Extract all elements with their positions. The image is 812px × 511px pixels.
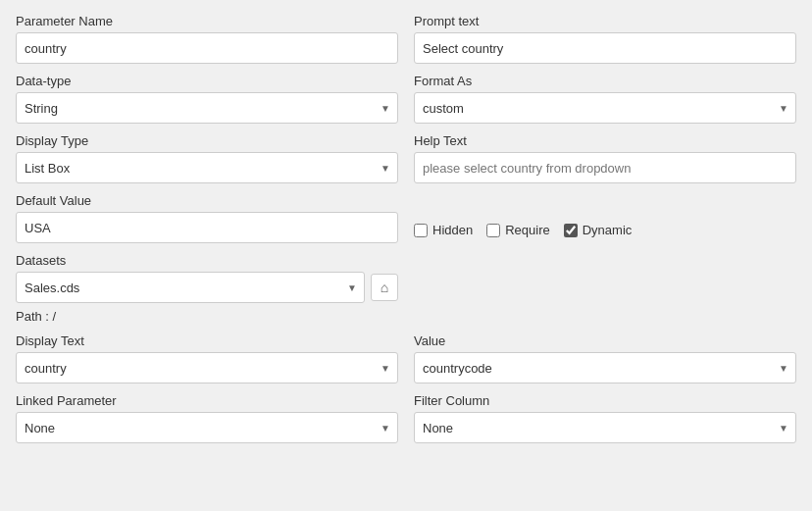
filter-column-label: Filter Column (414, 393, 796, 408)
path-label: Path : (16, 309, 49, 324)
filter-column-select[interactable]: None country region category (414, 412, 796, 443)
linked-parameter-select[interactable]: None country region city (16, 412, 398, 443)
dynamic-checkbox[interactable] (564, 224, 578, 237)
dynamic-checkbox-item[interactable]: Dynamic (564, 223, 633, 237)
value-select[interactable]: countrycode id name code (414, 352, 796, 383)
parameter-name-label: Parameter Name (16, 14, 398, 28)
value-select-wrapper: countrycode id name code ▼ (414, 352, 796, 383)
checkboxes-row: Hidden Require Dynamic (414, 215, 796, 237)
prompt-text-input[interactable] (414, 32, 796, 64)
display-type-group: Display Type List Box Text Box Dropdown … (16, 133, 398, 183)
display-type-select[interactable]: List Box Text Box Dropdown Radio Button (16, 152, 398, 183)
datasets-right-spacer (414, 253, 796, 324)
display-text-group: Display Text country name id code ▼ (16, 333, 398, 383)
datasets-group: Datasets Sales.cds Orders.cds Products.c… (16, 253, 398, 324)
filter-column-select-wrapper: None country region category ▼ (414, 412, 796, 443)
help-text-input[interactable] (414, 152, 796, 183)
datasets-select-wrapper: Sales.cds Orders.cds Products.cds ▼ (16, 272, 365, 303)
hidden-checkbox[interactable] (414, 224, 428, 237)
path-display: Path : / (16, 309, 398, 324)
data-type-select-wrapper: String Integer Float Boolean Date ▼ (16, 92, 398, 124)
default-value-group: Default Value (16, 193, 398, 243)
display-type-label: Display Type (16, 133, 398, 148)
prompt-text-group: Prompt text (414, 14, 796, 64)
prompt-text-label: Prompt text (414, 14, 796, 28)
help-text-group: Help Text (414, 133, 796, 183)
datasets-select[interactable]: Sales.cds Orders.cds Products.cds (16, 272, 365, 303)
default-value-label: Default Value (16, 193, 398, 208)
default-value-input[interactable] (16, 212, 398, 243)
data-type-group: Data-type String Integer Float Boolean D… (16, 74, 398, 124)
display-text-select-wrapper: country name id code ▼ (16, 352, 398, 383)
require-checkbox[interactable] (486, 224, 500, 237)
linked-parameter-group: Linked Parameter None country region cit… (16, 393, 398, 443)
home-button[interactable]: ⌂ (371, 274, 398, 301)
datasets-row: Sales.cds Orders.cds Products.cds ▼ ⌂ (16, 272, 398, 303)
display-text-select[interactable]: country name id code (16, 352, 398, 383)
linked-parameter-select-wrapper: None country region city ▼ (16, 412, 398, 443)
require-checkbox-item[interactable]: Require (486, 223, 550, 237)
hidden-checkbox-item[interactable]: Hidden (414, 223, 473, 237)
home-icon: ⌂ (381, 280, 388, 295)
parameter-name-input[interactable] (16, 32, 398, 64)
display-type-select-wrapper: List Box Text Box Dropdown Radio Button … (16, 152, 398, 183)
data-type-label: Data-type (16, 74, 398, 88)
filter-column-group: Filter Column None country region catego… (414, 393, 796, 443)
value-label: Value (414, 333, 796, 348)
require-label: Require (505, 223, 550, 237)
parameter-name-group: Parameter Name (16, 14, 398, 64)
path-value: / (53, 309, 57, 324)
format-as-group: Format As custom None Number Currency Pe… (414, 74, 796, 124)
data-type-select[interactable]: String Integer Float Boolean Date (16, 92, 398, 124)
checkboxes-group: Hidden Require Dynamic (414, 193, 796, 243)
dynamic-label: Dynamic (583, 223, 633, 237)
datasets-label: Datasets (16, 253, 398, 268)
linked-parameter-label: Linked Parameter (16, 393, 398, 408)
display-text-label: Display Text (16, 333, 398, 348)
help-text-label: Help Text (414, 133, 796, 148)
hidden-label: Hidden (432, 223, 473, 237)
format-as-select-wrapper: custom None Number Currency Percent ▼ (414, 92, 796, 124)
format-as-label: Format As (414, 74, 796, 88)
value-group: Value countrycode id name code ▼ (414, 333, 796, 383)
format-as-select[interactable]: custom None Number Currency Percent (414, 92, 796, 124)
